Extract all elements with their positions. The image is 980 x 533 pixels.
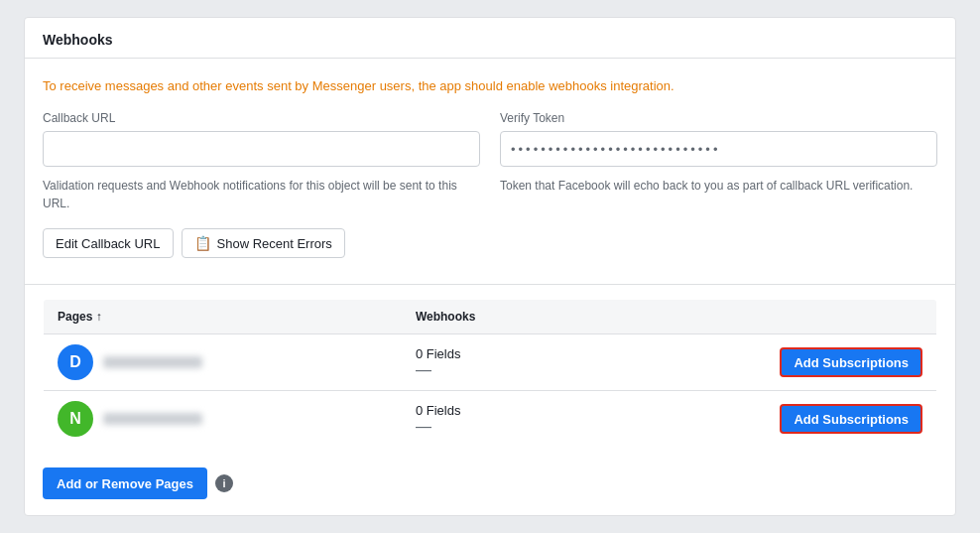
page-cell-d: D — [44, 334, 402, 391]
webhooks-cell-n: 0 Fields — — [402, 391, 583, 448]
card-title: Webhooks — [25, 18, 955, 59]
callback-url-label: Callback URL — [43, 111, 480, 125]
page-cell-n: N — [44, 391, 402, 448]
add-remove-pages-button[interactable]: Add or Remove Pages — [43, 467, 207, 499]
verify-token-group: Verify Token — [500, 111, 937, 167]
verify-token-label: Verify Token — [500, 111, 937, 125]
fields-count-d: 0 Fields — [416, 346, 569, 361]
clipboard-icon: 📋 — [194, 235, 211, 251]
page-name-blurred — [103, 413, 202, 425]
dash-n: — — [416, 418, 569, 436]
callback-url-hint: Validation requests and Webhook notifica… — [43, 177, 480, 212]
show-errors-button[interactable]: 📋 Show Recent Errors — [182, 228, 345, 258]
verify-token-hint: Token that Facebook will echo back to yo… — [500, 177, 937, 212]
bottom-row: Add or Remove Pages i — [25, 464, 955, 515]
action-cell-n: Add Subscriptions — [583, 391, 936, 448]
callback-url-group: Callback URL — [43, 111, 480, 167]
avatar-n: N — [58, 401, 93, 437]
add-subscriptions-button-n[interactable]: Add Subscriptions — [780, 404, 922, 434]
info-text: To receive messages and other events sen… — [43, 76, 937, 96]
webhooks-column-header: Webhooks — [402, 300, 583, 334]
dash-d: — — [416, 361, 569, 379]
pages-table-section: Pages ↑ Webhooks D — [25, 299, 955, 464]
action-column-header — [583, 300, 936, 334]
webhooks-card: Webhooks To receive messages and other e… — [24, 17, 956, 517]
action-cell-d: Add Subscriptions — [583, 334, 936, 391]
pages-column-header: Pages ↑ — [44, 300, 402, 334]
edit-callback-label: Edit Callback URL — [56, 236, 161, 251]
avatar-d: D — [58, 344, 93, 380]
add-subscriptions-button-d[interactable]: Add Subscriptions — [780, 347, 922, 377]
pages-table: Pages ↑ Webhooks D — [43, 299, 937, 448]
table-row: D 0 Fields — Add Subscriptions — [44, 334, 937, 391]
show-errors-label: Show Recent Errors — [217, 236, 332, 251]
info-icon[interactable]: i — [215, 474, 233, 492]
webhooks-cell-d: 0 Fields — — [402, 334, 583, 391]
verify-token-input[interactable] — [500, 131, 937, 167]
page-name-blurred — [103, 356, 202, 368]
callback-url-input[interactable] — [43, 131, 480, 167]
edit-callback-button[interactable]: Edit Callback URL — [43, 228, 174, 258]
table-row: N 0 Fields — Add Subscriptions — [44, 391, 937, 448]
fields-count-n: 0 Fields — [416, 403, 569, 418]
